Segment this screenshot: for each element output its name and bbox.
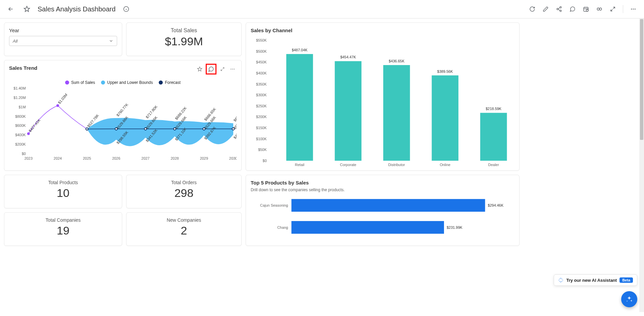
svg-point-2 (557, 8, 558, 10)
refresh-icon[interactable] (527, 4, 538, 14)
separator (623, 5, 623, 13)
svg-point-9 (633, 9, 634, 10)
topbar: Sales Analysis Dashboard (0, 0, 644, 18)
edit-icon[interactable] (540, 4, 551, 14)
svg-point-10 (635, 9, 636, 10)
topbar-actions (527, 4, 639, 14)
view-icon[interactable] (594, 4, 605, 14)
svg-point-6 (597, 8, 599, 10)
schedule-icon[interactable] (581, 4, 591, 14)
svg-point-8 (631, 9, 632, 10)
favorite-star-icon[interactable] (21, 4, 32, 14)
svg-point-5 (586, 9, 588, 11)
info-icon[interactable] (121, 4, 132, 14)
svg-point-1 (560, 7, 561, 8)
share-icon[interactable] (554, 4, 564, 14)
comment-icon[interactable] (567, 4, 578, 14)
more-icon[interactable] (628, 4, 639, 14)
back-button[interactable] (5, 4, 16, 14)
page-title: Sales Analysis Dashboard (38, 5, 115, 13)
topbar-left: Sales Analysis Dashboard (5, 4, 132, 14)
expand-icon[interactable] (607, 4, 618, 14)
svg-point-3 (560, 10, 561, 12)
svg-point-7 (599, 8, 602, 10)
